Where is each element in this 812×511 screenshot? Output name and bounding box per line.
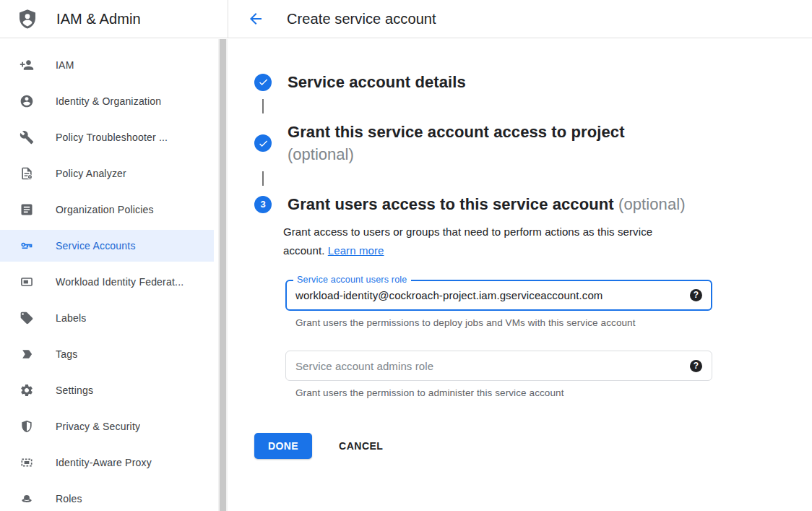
service-account-key-icon	[20, 239, 34, 253]
step-connector-line	[262, 171, 264, 186]
page-header: Create service account	[228, 0, 812, 38]
sidebar-item-label: Policy Troubleshooter ...	[56, 132, 168, 143]
sidebar-item-label: Labels	[56, 312, 86, 324]
step-3-grant-users-access: 3 Grant users access to this service acc…	[254, 193, 783, 215]
sidebar-item-identity-aware-proxy[interactable]: Identity-Aware Proxy	[0, 445, 218, 481]
step-3-optional-label: (optional)	[618, 195, 686, 213]
step-2-grant-access-to-project: Grant this service account access to pro…	[254, 121, 783, 166]
app-header: IAM & Admin Create service account	[0, 0, 812, 38]
cancel-button[interactable]: CANCEL	[333, 434, 389, 458]
step-1-service-account-details: Service account details	[254, 71, 783, 93]
sidebar-item-label: Roles	[56, 493, 82, 504]
step-3-description: Grant access to users or groups that nee…	[283, 223, 688, 260]
admins-role-helper-text: Grant users the permission to administer…	[295, 387, 712, 398]
admins-role-input[interactable]	[295, 360, 683, 372]
sidebar-item-label: Identity-Aware Proxy	[56, 457, 152, 468]
form-actions: DONE CANCEL	[254, 433, 783, 459]
step-2-optional-label: (optional)	[288, 143, 625, 166]
sidebar-item-label: Workload Identity Federat...	[56, 276, 183, 288]
document-analyze-icon	[20, 166, 34, 181]
sidebar-item-label: Organization Policies	[56, 204, 154, 215]
sidebar-item-roles[interactable]: Roles	[0, 481, 218, 511]
done-button[interactable]: DONE	[254, 433, 312, 459]
sidebar-item-organization-policies[interactable]: Organization Policies	[0, 192, 218, 228]
step-2-title: Grant this service account access to pro…	[288, 121, 625, 143]
step-1-title: Service account details	[288, 71, 466, 93]
sidebar-item-identity-organization[interactable]: Identity & Organization	[0, 83, 218, 119]
sidebar-item-label: Service Accounts	[56, 240, 136, 252]
proxy-frame-icon	[20, 455, 34, 470]
page-title: Create service account	[287, 11, 436, 27]
learn-more-link[interactable]: Learn more	[328, 244, 384, 257]
sidebar-item-label: Policy Analyzer	[56, 168, 126, 179]
users-role-helper-text: Grant users the permissions to deploy jo…	[295, 317, 712, 328]
shield-icon	[20, 419, 34, 434]
product-header: IAM & Admin	[0, 0, 228, 38]
sidebar-scrollbar-thumb[interactable]	[220, 39, 226, 511]
sidebar-item-label: Tags	[56, 348, 77, 360]
step-1-check-icon	[254, 74, 272, 91]
step-connector-line	[262, 99, 264, 113]
sidebar-item-label: Privacy & Security	[56, 421, 140, 432]
step-2-check-icon	[254, 134, 272, 152]
admins-role-field-group: ? Grant users the permission to administ…	[285, 351, 712, 398]
users-role-field: Service account users role ?	[285, 280, 712, 311]
users-role-field-label: Service account users role	[293, 275, 411, 285]
sidebar-scrollbar[interactable]	[218, 39, 228, 511]
article-icon	[20, 202, 34, 217]
sidebar-nav: IAM Identity & Organization Policy Troub…	[0, 39, 218, 511]
step-3-title: Grant users access to this service accou…	[288, 193, 686, 215]
help-icon[interactable]: ?	[690, 360, 702, 372]
sidebar-item-tags[interactable]: Tags	[0, 336, 218, 372]
sidebar-item-labels[interactable]: Labels	[0, 300, 218, 336]
sidebar-item-settings[interactable]: Settings	[0, 372, 218, 408]
step-3-number-badge: 3	[254, 196, 272, 213]
create-service-account-form: Service account details Grant this servi…	[228, 39, 812, 511]
sidebar-item-privacy-security[interactable]: Privacy & Security	[0, 408, 218, 445]
users-role-field-group: Service account users role ? Grant users…	[285, 280, 712, 328]
sidebar-item-workload-identity-federation[interactable]: Workload Identity Federat...	[0, 264, 218, 300]
sidebar-item-label: IAM	[56, 59, 74, 71]
users-role-input[interactable]	[295, 289, 683, 301]
step-3-title-text: Grant users access to this service accou…	[288, 195, 614, 213]
sidebar-item-label: Settings	[56, 385, 93, 396]
sidebar-item-service-accounts[interactable]: Service Accounts	[0, 228, 218, 264]
person-add-icon	[20, 58, 34, 72]
card-icon	[20, 275, 34, 289]
iam-admin-shield-icon	[17, 8, 38, 30]
label-tag-icon	[20, 311, 34, 325]
admins-role-field: ?	[285, 351, 712, 381]
arrow-tag-icon	[20, 347, 34, 361]
sidebar-item-iam[interactable]: IAM	[0, 47, 218, 83]
product-title: IAM & Admin	[56, 11, 141, 27]
sidebar-item-label: Identity & Organization	[56, 95, 161, 107]
identity-person-icon	[20, 94, 34, 108]
sidebar-item-policy-analyzer[interactable]: Policy Analyzer	[0, 155, 218, 192]
gear-icon	[20, 383, 34, 398]
hat-icon	[20, 491, 34, 506]
help-icon[interactable]: ?	[690, 289, 702, 301]
sidebar-item-policy-troubleshooter[interactable]: Policy Troubleshooter ...	[0, 119, 218, 155]
wrench-icon	[20, 130, 34, 145]
back-arrow-icon[interactable]	[247, 10, 264, 27]
